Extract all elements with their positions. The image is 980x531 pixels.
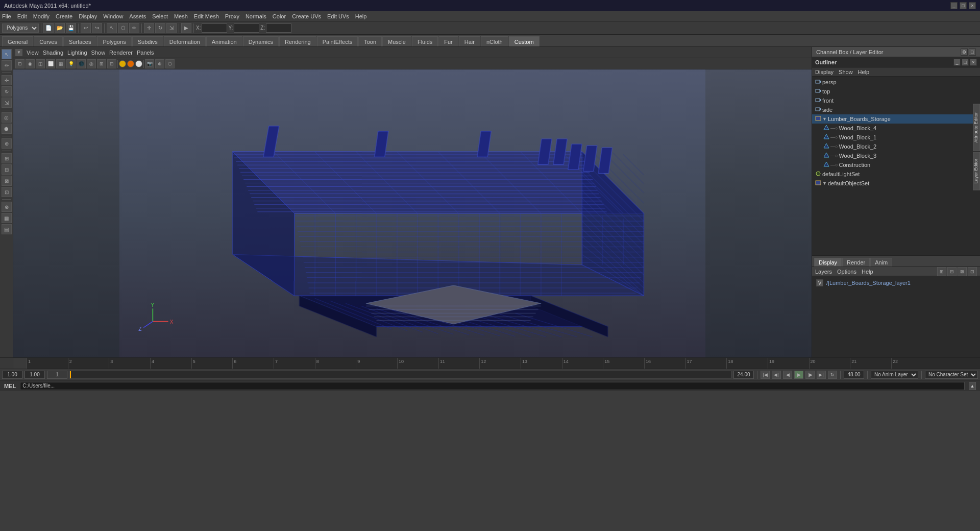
render-button[interactable]: ▶ bbox=[181, 23, 191, 33]
tab-custom[interactable]: Custom bbox=[509, 36, 540, 46]
tab-curves[interactable]: Curves bbox=[34, 36, 63, 46]
timeline-tick[interactable]: 1 bbox=[27, 358, 31, 369]
outliner-item[interactable]: ▼ Lumber_Boards_Storage bbox=[812, 114, 980, 124]
history-button[interactable]: ⊗ bbox=[2, 202, 12, 212]
menu-file[interactable]: File bbox=[2, 13, 11, 19]
tab-deformation[interactable]: Deformation bbox=[164, 36, 206, 46]
paint-tool-button[interactable]: ✏ bbox=[129, 23, 139, 33]
ch-expand-button[interactable]: □ bbox=[969, 49, 976, 56]
current-frame-input[interactable] bbox=[24, 371, 45, 379]
select-mode-button[interactable]: ↖ bbox=[2, 49, 12, 59]
timeline-tick[interactable]: 12 bbox=[479, 358, 486, 369]
menu-create[interactable]: Create bbox=[56, 13, 72, 19]
tab-ncloth[interactable]: nCloth bbox=[481, 36, 508, 46]
tab-fur[interactable]: Fur bbox=[438, 36, 458, 46]
texture-button[interactable]: ▦ bbox=[56, 59, 65, 68]
outliner-item[interactable]: —○ Construction bbox=[812, 160, 980, 170]
lighting-mode-button[interactable]: 💡 bbox=[66, 59, 76, 68]
timeline-tick[interactable]: 6 bbox=[232, 358, 236, 369]
snap-button[interactable]: ⊕ bbox=[155, 59, 164, 68]
timeline-tick[interactable]: 11 bbox=[438, 358, 445, 369]
redo-button[interactable]: ↪ bbox=[92, 23, 102, 33]
tab-display[interactable]: Display bbox=[814, 258, 842, 267]
layer-btn-4[interactable]: ⊡ bbox=[968, 267, 977, 276]
menu-display[interactable]: Display bbox=[79, 13, 97, 19]
minimize-button[interactable]: _ bbox=[950, 2, 958, 9]
hud-button[interactable]: ⊟ bbox=[107, 59, 116, 68]
timeline-tick[interactable]: 2 bbox=[68, 358, 72, 369]
z-input[interactable] bbox=[266, 23, 291, 33]
menu-createuvs[interactable]: Create UVs bbox=[292, 13, 321, 19]
region-button[interactable]: ⬡ bbox=[165, 59, 175, 68]
viewport-menu-view[interactable]: View bbox=[27, 50, 39, 56]
timeline-tick[interactable]: 10 bbox=[397, 358, 404, 369]
outliner-close[interactable]: × bbox=[970, 59, 977, 66]
tab-toon[interactable]: Toon bbox=[358, 36, 382, 46]
smooth-button[interactable]: ◉ bbox=[26, 59, 35, 68]
new-scene-button[interactable]: 📄 bbox=[43, 23, 54, 33]
outliner-menu-display[interactable]: Display bbox=[815, 69, 834, 75]
snap-to-curve-button[interactable]: ⊟ bbox=[2, 164, 12, 175]
snap-to-surface-button[interactable]: ⊡ bbox=[2, 187, 12, 197]
step-back-button[interactable]: ◀| bbox=[772, 371, 781, 379]
timeline-tick[interactable]: 18 bbox=[726, 358, 733, 369]
menu-proxy[interactable]: Proxy bbox=[225, 13, 239, 19]
expand-arrow[interactable]: ▼ bbox=[822, 116, 827, 122]
snap-to-grid-button[interactable]: ⊞ bbox=[2, 153, 12, 163]
tab-subdivs[interactable]: Subdivs bbox=[132, 36, 163, 46]
timeline-tick[interactable]: 22 bbox=[891, 358, 898, 369]
tab-fluids[interactable]: Fluids bbox=[412, 36, 438, 46]
tab-surfaces[interactable]: Surfaces bbox=[63, 36, 96, 46]
color-swatch-yellow[interactable] bbox=[119, 60, 126, 67]
show-manip-button[interactable]: ⊕ bbox=[2, 138, 12, 149]
timeline-tick[interactable]: 15 bbox=[603, 358, 609, 369]
undo-button[interactable]: ↩ bbox=[81, 23, 91, 33]
timeline-tick[interactable]: 8 bbox=[315, 358, 319, 369]
soft-mod-button[interactable]: ◎ bbox=[2, 112, 12, 123]
anim-layer-dropdown[interactable]: No Anim Layer bbox=[871, 371, 918, 379]
ipr-render-button[interactable]: ▤ bbox=[2, 224, 12, 234]
timeline-tick[interactable]: 14 bbox=[562, 358, 569, 369]
expand-arrow[interactable]: ▼ bbox=[822, 181, 827, 186]
camera-settings-button[interactable]: 📷 bbox=[145, 59, 154, 68]
lasso-tool-button[interactable]: ⬡ bbox=[118, 23, 128, 33]
layer-btn-1[interactable]: ⊞ bbox=[937, 267, 946, 276]
close-button[interactable]: × bbox=[969, 2, 976, 9]
outliner-item[interactable]: side bbox=[812, 105, 980, 114]
move-button[interactable]: ✛ bbox=[2, 75, 12, 85]
wireframe-button[interactable]: ⊡ bbox=[15, 59, 24, 68]
x-input[interactable] bbox=[202, 23, 227, 33]
save-scene-button[interactable]: 💾 bbox=[66, 23, 76, 33]
layer-editor-tab[interactable]: Layer Editor bbox=[973, 152, 980, 190]
scale-button[interactable]: ⇲ bbox=[2, 98, 12, 108]
mel-expand-button[interactable]: ▲ bbox=[969, 382, 976, 390]
loop-button[interactable]: ↻ bbox=[828, 371, 837, 379]
color-swatch-orange[interactable] bbox=[127, 60, 134, 67]
menu-normals[interactable]: Normals bbox=[246, 13, 266, 19]
rotate-tool-button[interactable]: ↻ bbox=[155, 23, 165, 33]
maximize-button[interactable]: □ bbox=[960, 2, 967, 9]
scale-tool-button[interactable]: ⇲ bbox=[166, 23, 177, 33]
menu-color[interactable]: Color bbox=[273, 13, 286, 19]
tab-general[interactable]: General bbox=[2, 36, 33, 46]
viewport-menu-lighting[interactable]: Lighting bbox=[67, 50, 87, 56]
ao-button[interactable]: ◎ bbox=[87, 59, 96, 68]
outliner-item[interactable]: persp bbox=[812, 78, 980, 87]
step-forward-button[interactable]: |▶ bbox=[805, 371, 815, 379]
play-back-button[interactable]: ◀ bbox=[783, 371, 792, 379]
bounding-box-button[interactable]: ⬜ bbox=[46, 59, 55, 68]
tab-anim[interactable]: Anim bbox=[870, 258, 892, 267]
menu-assets[interactable]: Assets bbox=[129, 13, 146, 19]
ch-settings-button[interactable]: ⚙ bbox=[961, 49, 968, 56]
anim-end-input[interactable] bbox=[844, 371, 864, 379]
outliner-item[interactable]: —○ Wood_Block_3 bbox=[812, 151, 980, 160]
tab-hair[interactable]: Hair bbox=[459, 36, 480, 46]
tab-muscle[interactable]: Muscle bbox=[382, 36, 411, 46]
rotate-button[interactable]: ↻ bbox=[2, 86, 12, 96]
viewport-menu-panels[interactable]: Panels bbox=[137, 50, 154, 56]
play-forward-button[interactable]: ▶ bbox=[794, 371, 803, 379]
layer-btn-3[interactable]: ⊠ bbox=[958, 267, 967, 276]
layer-visibility[interactable]: V bbox=[816, 279, 823, 286]
menu-window[interactable]: Window bbox=[103, 13, 123, 19]
outliner-item[interactable]: —○ Wood_Block_4 bbox=[812, 124, 980, 133]
